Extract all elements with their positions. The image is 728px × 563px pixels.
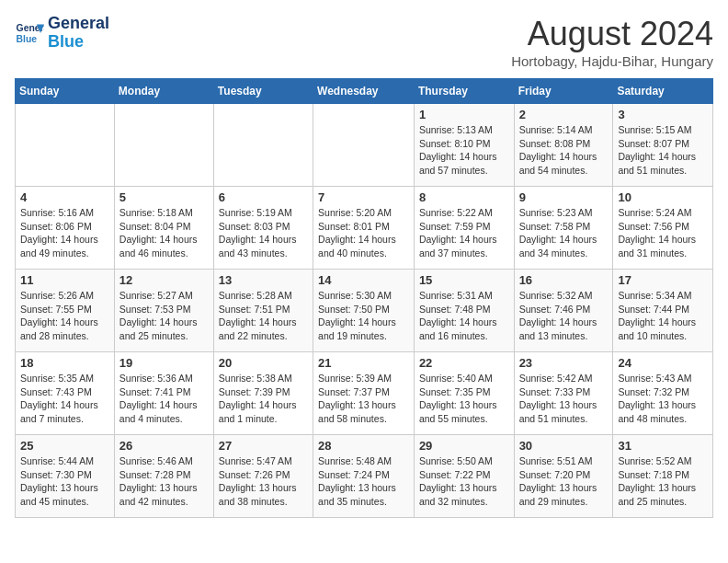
day-number: 20 xyxy=(219,356,308,370)
day-number: 23 xyxy=(519,356,609,370)
day-cell xyxy=(313,104,415,187)
day-cell: 11Sunrise: 5:26 AM Sunset: 7:55 PM Dayli… xyxy=(16,270,115,352)
header-sunday: Sunday xyxy=(16,79,115,104)
day-cell: 10Sunrise: 5:24 AM Sunset: 7:56 PM Dayli… xyxy=(613,187,713,270)
day-number: 31 xyxy=(618,439,708,453)
day-cell: 12Sunrise: 5:27 AM Sunset: 7:53 PM Dayli… xyxy=(114,270,213,352)
day-info: Sunrise: 5:13 AM Sunset: 8:10 PM Dayligh… xyxy=(419,123,509,178)
day-info: Sunrise: 5:28 AM Sunset: 7:51 PM Dayligh… xyxy=(219,289,308,343)
day-number: 3 xyxy=(618,108,708,121)
day-number: 4 xyxy=(20,190,109,204)
day-info: Sunrise: 5:15 AM Sunset: 8:07 PM Dayligh… xyxy=(618,123,708,178)
day-number: 1 xyxy=(419,108,509,121)
day-number: 22 xyxy=(419,356,509,370)
day-cell: 2Sunrise: 5:14 AM Sunset: 8:08 PM Daylig… xyxy=(514,104,613,187)
day-number: 6 xyxy=(219,190,308,204)
day-cell: 7Sunrise: 5:20 AM Sunset: 8:01 PM Daylig… xyxy=(313,187,415,270)
day-number: 28 xyxy=(318,439,409,453)
month-title: August 2024 xyxy=(511,15,713,53)
day-number: 5 xyxy=(119,190,209,204)
day-cell: 15Sunrise: 5:31 AM Sunset: 7:48 PM Dayli… xyxy=(414,270,514,352)
svg-text:Blue: Blue xyxy=(17,33,38,43)
day-number: 13 xyxy=(219,273,308,287)
day-number: 10 xyxy=(618,190,708,204)
day-number: 25 xyxy=(20,439,109,453)
day-cell: 26Sunrise: 5:46 AM Sunset: 7:28 PM Dayli… xyxy=(114,435,213,518)
day-cell xyxy=(16,104,115,187)
week-row-2: 4Sunrise: 5:16 AM Sunset: 8:06 PM Daylig… xyxy=(16,187,713,270)
day-cell: 8Sunrise: 5:22 AM Sunset: 7:59 PM Daylig… xyxy=(414,187,514,270)
day-cell: 17Sunrise: 5:34 AM Sunset: 7:44 PM Dayli… xyxy=(613,270,713,352)
calendar-header: Sunday Monday Tuesday Wednesday Thursday… xyxy=(16,79,713,104)
day-info: Sunrise: 5:52 AM Sunset: 7:18 PM Dayligh… xyxy=(618,454,708,509)
page-header: General Blue General Blue August 2024 Ho… xyxy=(15,15,713,69)
day-cell xyxy=(213,104,313,187)
day-info: Sunrise: 5:51 AM Sunset: 7:20 PM Dayligh… xyxy=(519,454,609,509)
day-number: 14 xyxy=(318,273,409,287)
day-number: 27 xyxy=(219,439,308,453)
day-cell: 16Sunrise: 5:32 AM Sunset: 7:46 PM Dayli… xyxy=(514,270,613,352)
day-cell: 4Sunrise: 5:16 AM Sunset: 8:06 PM Daylig… xyxy=(16,187,115,270)
day-info: Sunrise: 5:27 AM Sunset: 7:53 PM Dayligh… xyxy=(119,289,209,343)
header-row: Sunday Monday Tuesday Wednesday Thursday… xyxy=(16,79,713,104)
logo: General Blue General Blue xyxy=(15,15,109,52)
header-monday: Monday xyxy=(114,79,213,104)
day-info: Sunrise: 5:36 AM Sunset: 7:41 PM Dayligh… xyxy=(119,372,209,426)
day-cell: 23Sunrise: 5:42 AM Sunset: 7:33 PM Dayli… xyxy=(514,352,613,435)
day-number: 15 xyxy=(419,273,509,287)
day-info: Sunrise: 5:22 AM Sunset: 7:59 PM Dayligh… xyxy=(419,206,509,260)
day-number: 9 xyxy=(519,190,609,204)
day-info: Sunrise: 5:23 AM Sunset: 7:58 PM Dayligh… xyxy=(519,206,609,260)
day-cell: 24Sunrise: 5:43 AM Sunset: 7:32 PM Dayli… xyxy=(613,352,713,435)
day-number: 16 xyxy=(519,273,609,287)
day-info: Sunrise: 5:18 AM Sunset: 8:04 PM Dayligh… xyxy=(119,206,209,260)
day-cell: 25Sunrise: 5:44 AM Sunset: 7:30 PM Dayli… xyxy=(16,435,115,518)
day-info: Sunrise: 5:30 AM Sunset: 7:50 PM Dayligh… xyxy=(318,289,409,343)
day-info: Sunrise: 5:47 AM Sunset: 7:26 PM Dayligh… xyxy=(219,454,308,509)
day-cell: 14Sunrise: 5:30 AM Sunset: 7:50 PM Dayli… xyxy=(313,270,415,352)
day-info: Sunrise: 5:42 AM Sunset: 7:33 PM Dayligh… xyxy=(519,372,609,426)
day-info: Sunrise: 5:39 AM Sunset: 7:37 PM Dayligh… xyxy=(318,372,409,426)
logo-line2: Blue xyxy=(48,32,84,51)
day-info: Sunrise: 5:16 AM Sunset: 8:06 PM Dayligh… xyxy=(20,206,109,260)
calendar-body: 1Sunrise: 5:13 AM Sunset: 8:10 PM Daylig… xyxy=(16,104,713,518)
week-row-1: 1Sunrise: 5:13 AM Sunset: 8:10 PM Daylig… xyxy=(16,104,713,187)
week-row-5: 25Sunrise: 5:44 AM Sunset: 7:30 PM Dayli… xyxy=(16,435,713,518)
day-cell: 9Sunrise: 5:23 AM Sunset: 7:58 PM Daylig… xyxy=(514,187,613,270)
logo-line1: General xyxy=(48,15,109,33)
logo-text: General Blue xyxy=(48,15,109,52)
day-info: Sunrise: 5:48 AM Sunset: 7:24 PM Dayligh… xyxy=(318,454,409,509)
day-info: Sunrise: 5:24 AM Sunset: 7:56 PM Dayligh… xyxy=(618,206,708,260)
day-number: 11 xyxy=(20,273,109,287)
week-row-3: 11Sunrise: 5:26 AM Sunset: 7:55 PM Dayli… xyxy=(16,270,713,352)
header-saturday: Saturday xyxy=(613,79,713,104)
day-cell: 29Sunrise: 5:50 AM Sunset: 7:22 PM Dayli… xyxy=(414,435,514,518)
week-row-4: 18Sunrise: 5:35 AM Sunset: 7:43 PM Dayli… xyxy=(16,352,713,435)
day-info: Sunrise: 5:34 AM Sunset: 7:44 PM Dayligh… xyxy=(618,289,708,343)
day-info: Sunrise: 5:44 AM Sunset: 7:30 PM Dayligh… xyxy=(20,454,109,509)
day-number: 7 xyxy=(318,190,409,204)
day-info: Sunrise: 5:38 AM Sunset: 7:39 PM Dayligh… xyxy=(219,372,308,426)
day-info: Sunrise: 5:19 AM Sunset: 8:03 PM Dayligh… xyxy=(219,206,308,260)
day-info: Sunrise: 5:32 AM Sunset: 7:46 PM Dayligh… xyxy=(519,289,609,343)
day-cell: 30Sunrise: 5:51 AM Sunset: 7:20 PM Dayli… xyxy=(514,435,613,518)
day-info: Sunrise: 5:26 AM Sunset: 7:55 PM Dayligh… xyxy=(20,289,109,343)
day-cell: 18Sunrise: 5:35 AM Sunset: 7:43 PM Dayli… xyxy=(16,352,115,435)
header-tuesday: Tuesday xyxy=(213,79,313,104)
title-block: August 2024 Hortobagy, Hajdu-Bihar, Hung… xyxy=(511,15,713,69)
day-number: 2 xyxy=(519,108,609,121)
day-cell: 28Sunrise: 5:48 AM Sunset: 7:24 PM Dayli… xyxy=(313,435,415,518)
day-number: 30 xyxy=(519,439,609,453)
day-number: 21 xyxy=(318,356,409,370)
day-cell: 5Sunrise: 5:18 AM Sunset: 8:04 PM Daylig… xyxy=(114,187,213,270)
day-cell: 19Sunrise: 5:36 AM Sunset: 7:41 PM Dayli… xyxy=(114,352,213,435)
day-cell: 6Sunrise: 5:19 AM Sunset: 8:03 PM Daylig… xyxy=(213,187,313,270)
day-number: 26 xyxy=(119,439,209,453)
day-cell: 22Sunrise: 5:40 AM Sunset: 7:35 PM Dayli… xyxy=(414,352,514,435)
day-cell: 21Sunrise: 5:39 AM Sunset: 7:37 PM Dayli… xyxy=(313,352,415,435)
header-wednesday: Wednesday xyxy=(313,79,415,104)
day-info: Sunrise: 5:50 AM Sunset: 7:22 PM Dayligh… xyxy=(419,454,509,509)
day-info: Sunrise: 5:20 AM Sunset: 8:01 PM Dayligh… xyxy=(318,206,409,260)
day-cell: 13Sunrise: 5:28 AM Sunset: 7:51 PM Dayli… xyxy=(213,270,313,352)
day-info: Sunrise: 5:46 AM Sunset: 7:28 PM Dayligh… xyxy=(119,454,209,509)
